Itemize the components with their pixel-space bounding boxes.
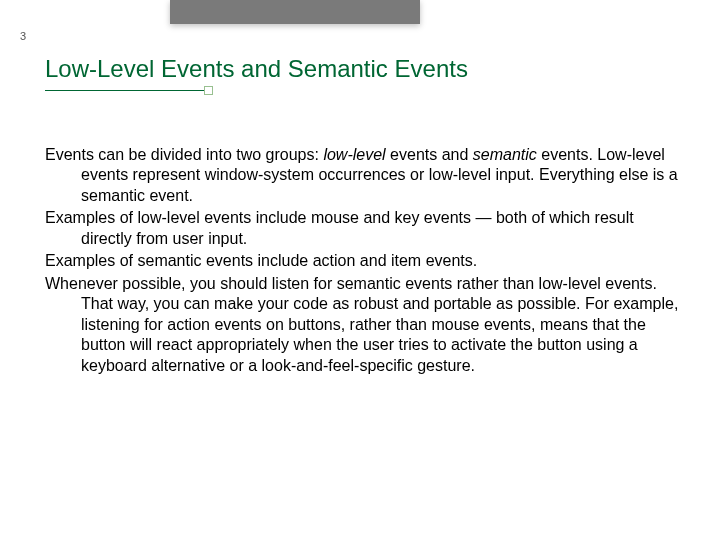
body-text: Events can be divided into two groups: l…	[45, 145, 685, 378]
title-accent-bar	[170, 0, 420, 24]
page-number: 3	[20, 30, 26, 42]
paragraph-3: Examples of semantic events include acti…	[45, 251, 685, 271]
slide-title: Low-Level Events and Semantic Events	[45, 55, 468, 83]
p1-italic-1: low-level	[323, 146, 385, 163]
slide: 3 Low-Level Events and Semantic Events E…	[0, 0, 720, 540]
paragraph-4: Whenever possible, you should listen for…	[45, 274, 685, 376]
title-underline	[45, 90, 205, 91]
paragraph-1: Events can be divided into two groups: l…	[45, 145, 685, 206]
p1-text-a: Events can be divided into two groups:	[45, 146, 323, 163]
p1-italic-2: semantic	[473, 146, 537, 163]
p1-text-b: events and	[386, 146, 473, 163]
paragraph-2: Examples of low-level events include mou…	[45, 208, 685, 249]
title-accent-square-icon	[204, 86, 213, 95]
